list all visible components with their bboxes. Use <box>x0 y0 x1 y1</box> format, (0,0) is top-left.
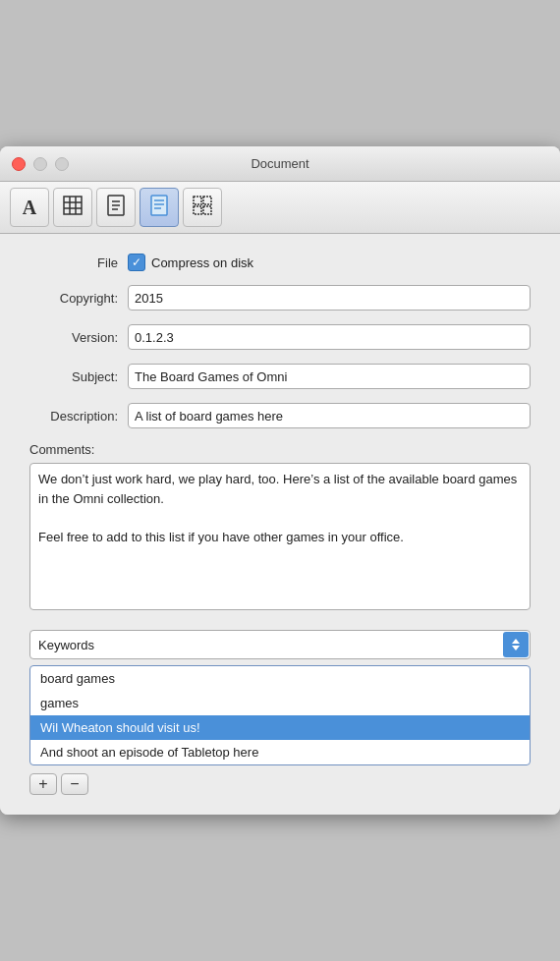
version-row: Version: <box>29 324 531 350</box>
description-label: Description: <box>29 409 128 424</box>
description-input[interactable] <box>128 403 531 428</box>
minimize-button[interactable] <box>33 157 47 171</box>
window-title: Document <box>251 156 308 171</box>
document-tool-button[interactable] <box>96 188 136 227</box>
copyright-row: Copyright: <box>29 285 531 311</box>
text-icon: A <box>23 197 36 219</box>
text-tool-button[interactable]: A <box>10 188 49 227</box>
checkmark-icon: ✓ <box>132 255 141 269</box>
close-button[interactable] <box>12 157 26 171</box>
svg-rect-15 <box>194 206 201 214</box>
table-tool-button[interactable] <box>53 188 92 227</box>
comments-textarea[interactable] <box>29 463 531 610</box>
keywords-section: Keywords board gamesgamesWil Wheaton sho… <box>29 630 531 795</box>
maximize-button[interactable] <box>55 157 69 171</box>
svg-rect-16 <box>203 206 211 214</box>
keyword-item[interactable]: And shoot an episode of Tabletop here <box>30 740 530 764</box>
page-icon <box>149 195 169 221</box>
table-icon <box>62 195 84 221</box>
keyword-item[interactable]: Wil Wheaton should visit us! <box>30 715 530 740</box>
add-keyword-button[interactable]: + <box>29 773 57 795</box>
keyword-item[interactable]: board games <box>30 666 530 691</box>
grid-tool-button[interactable] <box>183 188 222 227</box>
keyword-item[interactable]: games <box>30 691 530 715</box>
comments-section: Comments: <box>29 442 531 614</box>
version-input[interactable] <box>128 324 531 350</box>
file-label: File <box>29 255 128 270</box>
keywords-select[interactable]: Keywords <box>29 630 531 659</box>
remove-keyword-button[interactable]: − <box>61 773 88 795</box>
titlebar: Document <box>0 146 560 182</box>
compress-label: Compress on disk <box>151 255 253 270</box>
keywords-list: board gamesgamesWil Wheaton should visit… <box>29 665 531 765</box>
compress-checkbox[interactable]: ✓ <box>128 254 145 271</box>
compress-wrapper: ✓ Compress on disk <box>128 254 253 271</box>
svg-rect-9 <box>151 196 167 215</box>
document-icon <box>106 195 126 221</box>
comments-label: Comments: <box>29 442 531 457</box>
keywords-actions: + − <box>29 773 531 795</box>
svg-rect-13 <box>194 197 201 204</box>
grid-icon <box>192 195 213 221</box>
svg-rect-14 <box>203 197 211 204</box>
copyright-input[interactable] <box>128 285 531 311</box>
keywords-dropdown-wrapper: Keywords <box>29 630 531 659</box>
svg-rect-0 <box>64 197 82 214</box>
compress-row: File ✓ Compress on disk <box>29 254 531 271</box>
document-window: Document A <box>0 146 560 815</box>
toolbar: A <box>0 182 560 234</box>
subject-row: Subject: <box>29 364 531 389</box>
copyright-label: Copyright: <box>29 291 128 306</box>
description-row: Description: <box>29 403 531 428</box>
version-label: Version: <box>29 330 128 345</box>
form-content: File ✓ Compress on disk Copyright: Versi… <box>0 234 560 815</box>
page-tool-button[interactable] <box>140 188 179 227</box>
window-controls <box>12 157 69 171</box>
subject-input[interactable] <box>128 364 531 389</box>
subject-label: Subject: <box>29 369 128 384</box>
